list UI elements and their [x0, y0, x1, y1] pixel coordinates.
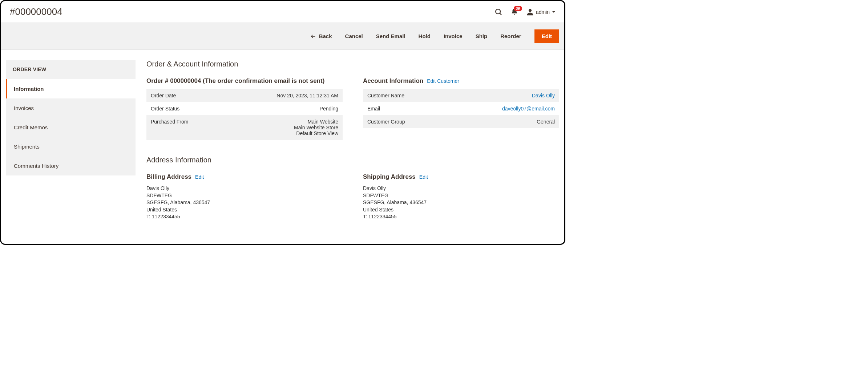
order-status-label: Order Status — [146, 102, 235, 115]
user-icon — [526, 8, 534, 16]
sidebar-title: ORDER VIEW — [6, 60, 136, 79]
table-row: Email daveolly07@email.com — [363, 102, 559, 115]
arrow-left-icon — [310, 33, 316, 39]
table-row: Order Date Nov 20, 2023, 11:12:31 AM — [146, 89, 343, 102]
edit-button[interactable]: Edit — [534, 29, 559, 43]
account-block-title: Account Information Edit Customer — [363, 77, 559, 85]
customer-email-link[interactable]: daveolly07@email.com — [502, 106, 555, 112]
billing-address-block: Billing Address Edit Davis Olly SDFWTEG … — [146, 173, 343, 221]
shipping-title: Shipping Address Edit — [363, 173, 559, 181]
order-date-value: Nov 20, 2023, 11:12:31 AM — [235, 89, 343, 102]
invoice-button[interactable]: Invoice — [444, 33, 463, 39]
table-row: Customer Group General — [363, 115, 559, 128]
send-email-button[interactable]: Send Email — [376, 33, 405, 39]
customer-name-label: Customer Name — [363, 89, 451, 102]
order-info-block: Order # 000000004 (The order confirmatio… — [146, 77, 343, 140]
sidebar-item-credit-memos[interactable]: Credit Memos — [6, 118, 136, 137]
notification-badge: 39 — [514, 6, 522, 11]
back-button[interactable]: Back — [310, 33, 332, 39]
sidebar-item-invoices[interactable]: Invoices — [6, 98, 136, 118]
action-bar: Back Cancel Send Email Hold Invoice Ship… — [1, 23, 564, 50]
user-menu[interactable]: admin — [526, 8, 556, 16]
topbar-right: 39 admin — [494, 8, 556, 16]
purchased-from-value: Main Website Main Website Store Default … — [235, 115, 343, 140]
svg-point-2 — [529, 9, 532, 12]
edit-billing-link[interactable]: Edit — [195, 174, 204, 180]
page-title: #000000004 — [10, 6, 62, 17]
purchased-from-label: Purchased From — [146, 115, 235, 140]
order-account-columns: Order # 000000004 (The order confirmatio… — [146, 77, 559, 140]
content: ORDER VIEW Information Invoices Credit M… — [1, 50, 564, 221]
address-columns: Billing Address Edit Davis Olly SDFWTEG … — [146, 173, 559, 221]
shipping-address: Davis Olly SDFWTEG SGESFG, Alabama, 4365… — [363, 185, 559, 221]
hold-button[interactable]: Hold — [419, 33, 431, 39]
billing-title: Billing Address Edit — [146, 173, 343, 181]
chevron-down-icon — [552, 10, 556, 14]
edit-customer-link[interactable]: Edit Customer — [427, 78, 459, 84]
user-label: admin — [536, 9, 550, 15]
customer-name-link[interactable]: Davis Olly — [532, 93, 555, 98]
sidebar: ORDER VIEW Information Invoices Credit M… — [6, 60, 136, 175]
main: Order & Account Information Order # 0000… — [146, 60, 559, 221]
customer-group-label: Customer Group — [363, 115, 451, 128]
account-info-block: Account Information Edit Customer Custom… — [363, 77, 559, 140]
search-icon[interactable] — [494, 8, 502, 16]
reorder-button[interactable]: Reorder — [500, 33, 521, 39]
order-block-title: Order # 000000004 (The order confirmatio… — [146, 77, 343, 85]
order-info-table: Order Date Nov 20, 2023, 11:12:31 AM Ord… — [146, 89, 343, 140]
order-account-heading: Order & Account Information — [146, 60, 559, 72]
table-row: Order Status Pending — [146, 102, 343, 115]
svg-line-1 — [500, 13, 502, 15]
cancel-button[interactable]: Cancel — [345, 33, 363, 39]
sidebar-item-shipments[interactable]: Shipments — [6, 137, 136, 156]
billing-address: Davis Olly SDFWTEG SGESFG, Alabama, 4365… — [146, 185, 343, 221]
customer-group-value: General — [451, 115, 559, 128]
ship-button[interactable]: Ship — [476, 33, 488, 39]
topbar: #000000004 39 admin — [1, 1, 564, 23]
order-date-label: Order Date — [146, 89, 235, 102]
back-label: Back — [319, 33, 332, 39]
address-info-heading: Address Information — [146, 156, 559, 168]
order-status-value: Pending — [235, 102, 343, 115]
table-row: Purchased From Main Website Main Website… — [146, 115, 343, 140]
table-row: Customer Name Davis Olly — [363, 89, 559, 102]
sidebar-item-information[interactable]: Information — [6, 79, 136, 98]
svg-point-0 — [496, 9, 500, 14]
sidebar-item-comments-history[interactable]: Comments History — [6, 156, 136, 175]
notifications-icon[interactable]: 39 — [510, 8, 518, 16]
shipping-address-block: Shipping Address Edit Davis Olly SDFWTEG… — [363, 173, 559, 221]
account-info-table: Customer Name Davis Olly Email daveolly0… — [363, 89, 559, 128]
customer-email-label: Email — [363, 102, 451, 115]
edit-shipping-link[interactable]: Edit — [419, 174, 428, 180]
